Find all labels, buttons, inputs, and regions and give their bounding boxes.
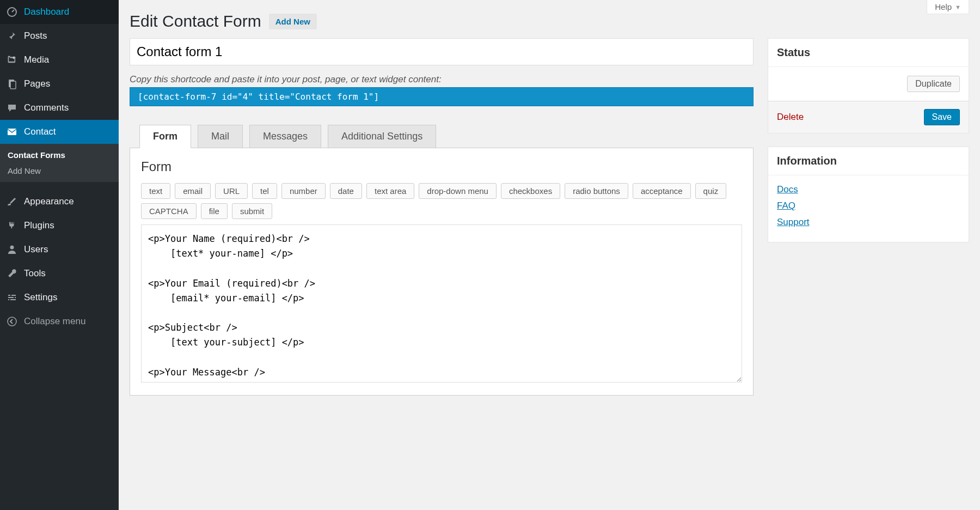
tag-btn-quiz[interactable]: quiz — [695, 183, 727, 199]
tag-btn-url[interactable]: URL — [215, 183, 248, 199]
sidebar-submenu: Contact Forms Add New — [0, 144, 119, 182]
chevron-down-icon: ▼ — [955, 4, 961, 10]
tag-btn-text[interactable]: text — [141, 183, 170, 199]
sidebar-item-label: Plugins — [24, 220, 54, 231]
sidebar-item-label: Comments — [24, 102, 69, 113]
delete-link[interactable]: Delete — [777, 112, 804, 123]
shortcode-hint: Copy this shortcode and paste it into yo… — [130, 74, 754, 85]
dashboard-icon — [5, 5, 19, 19]
submenu-item-add-new[interactable]: Add New — [0, 163, 119, 179]
sidebar-item-posts[interactable]: Posts — [0, 24, 119, 48]
sidebar-item-tools[interactable]: Tools — [0, 262, 119, 286]
media-icon — [5, 53, 19, 66]
tag-button-row: text email URL tel number date text area… — [141, 183, 742, 219]
sidebar-item-label: Settings — [24, 292, 57, 303]
sidebar-item-plugins[interactable]: Plugins — [0, 214, 119, 238]
brush-icon — [5, 195, 19, 208]
tab-messages[interactable]: Messages — [249, 125, 321, 148]
form-title-input[interactable] — [130, 38, 754, 65]
tab-panel-form: Form text email URL tel number date text… — [130, 148, 754, 396]
info-link-docs[interactable]: Docs — [777, 184, 960, 195]
tag-btn-captcha[interactable]: CAPTCHA — [141, 203, 197, 219]
sidebar-item-label: Users — [24, 244, 48, 255]
sliders-icon — [5, 291, 19, 304]
information-title: Information — [768, 147, 969, 175]
sidebar-item-comments[interactable]: Comments — [0, 96, 119, 120]
submenu-item-contact-forms[interactable]: Contact Forms — [0, 147, 119, 163]
sidebar-item-media[interactable]: Media — [0, 48, 119, 72]
sidebar-item-label: Contact — [24, 126, 56, 137]
status-title: Status — [768, 39, 969, 67]
svg-point-5 — [10, 246, 14, 250]
content-side: Status Duplicate Delete Save Information… — [768, 38, 969, 256]
sidebar-item-label: Dashboard — [24, 7, 69, 17]
info-link-support[interactable]: Support — [777, 217, 960, 228]
save-button[interactable]: Save — [924, 109, 960, 125]
panel-heading: Form — [141, 159, 742, 174]
info-link-faq[interactable]: FAQ — [777, 201, 960, 211]
admin-sidebar: Dashboard Posts Media Pages Comments Con… — [0, 0, 119, 510]
sidebar-item-label: Tools — [24, 268, 46, 279]
sidebar-item-contact[interactable]: Contact — [0, 120, 119, 144]
tag-btn-textarea[interactable]: text area — [366, 183, 414, 199]
status-metabox: Status Duplicate Delete Save — [768, 38, 969, 133]
sidebar-item-users[interactable]: Users — [0, 238, 119, 262]
tab-list: Form Mail Messages Additional Settings — [139, 125, 754, 148]
sidebar-item-pages[interactable]: Pages — [0, 72, 119, 96]
mail-icon — [5, 125, 19, 138]
tag-btn-email[interactable]: email — [175, 183, 211, 199]
help-label: Help — [935, 2, 952, 11]
tab-additional-settings[interactable]: Additional Settings — [328, 125, 436, 148]
main-content: Help ▼ Edit Contact Form Add New Copy th… — [119, 0, 980, 510]
information-metabox: Information Docs FAQ Support — [768, 147, 969, 242]
svg-rect-3 — [10, 81, 16, 89]
page-title: Edit Contact Form — [130, 12, 261, 31]
tab-form[interactable]: Form — [139, 125, 191, 148]
sidebar-item-label: Collapse menu — [24, 316, 85, 327]
shortcode-display[interactable]: [contact-form-7 id="4" title="Contact fo… — [130, 87, 754, 106]
svg-rect-4 — [8, 129, 16, 135]
tag-btn-date[interactable]: date — [330, 183, 362, 199]
tag-btn-tel[interactable]: tel — [252, 183, 277, 199]
plug-icon — [5, 219, 19, 232]
sidebar-item-settings[interactable]: Settings — [0, 286, 119, 309]
sidebar-item-label: Media — [24, 54, 49, 65]
help-tab[interactable]: Help ▼ — [927, 0, 969, 14]
sidebar-item-dashboard[interactable]: Dashboard — [0, 0, 119, 24]
page-header: Edit Contact Form Add New — [130, 0, 969, 38]
form-template-textarea[interactable] — [141, 224, 742, 382]
svg-point-1 — [13, 57, 16, 59]
sidebar-item-label: Pages — [24, 78, 50, 89]
pages-icon — [5, 77, 19, 90]
user-icon — [5, 243, 19, 256]
pin-icon — [5, 29, 19, 42]
sidebar-item-label: Appearance — [24, 196, 74, 207]
collapse-icon — [5, 315, 19, 328]
tag-btn-acceptance[interactable]: acceptance — [633, 183, 691, 199]
content-main: Copy this shortcode and paste it into yo… — [130, 38, 754, 396]
duplicate-button[interactable]: Duplicate — [907, 76, 960, 92]
add-new-button[interactable]: Add New — [269, 14, 317, 29]
svg-point-6 — [8, 317, 16, 326]
tag-btn-dropdown[interactable]: drop-down menu — [419, 183, 497, 199]
comments-icon — [5, 101, 19, 114]
tag-btn-checkboxes[interactable]: checkboxes — [501, 183, 560, 199]
sidebar-item-label: Posts — [24, 31, 47, 41]
tag-btn-submit[interactable]: submit — [232, 203, 272, 219]
sidebar-item-collapse[interactable]: Collapse menu — [0, 309, 119, 333]
wrench-icon — [5, 267, 19, 280]
sidebar-item-appearance[interactable]: Appearance — [0, 190, 119, 214]
tag-btn-radio[interactable]: radio buttons — [565, 183, 628, 199]
tag-btn-number[interactable]: number — [281, 183, 326, 199]
tab-mail[interactable]: Mail — [198, 125, 243, 148]
tag-btn-file[interactable]: file — [201, 203, 228, 219]
